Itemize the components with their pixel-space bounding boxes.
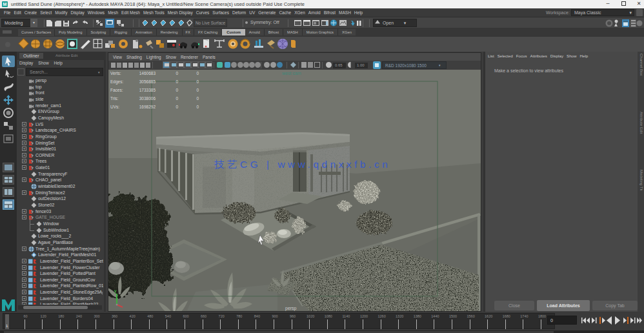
svg-text:y: y [114, 288, 117, 294]
svg-text:west cam: west cam [281, 71, 301, 76]
svg-text:persp: persp [285, 306, 297, 311]
